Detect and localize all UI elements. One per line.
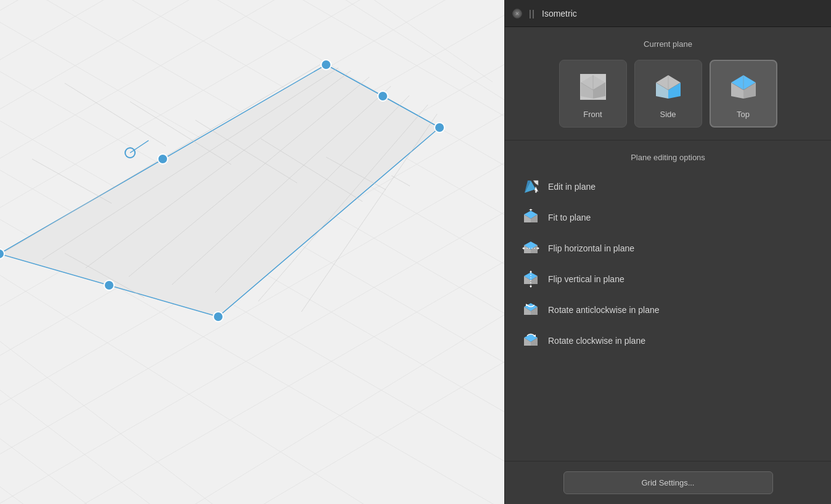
plane-buttons: Front Side: [515, 60, 821, 128]
panel-title: Isometric: [542, 9, 577, 18]
svg-point-57: [0, 249, 4, 259]
option-edit-in-plane-label: Edit in plane: [548, 182, 596, 192]
svg-point-52: [321, 60, 331, 70]
plane-front-label: Front: [583, 110, 602, 119]
svg-marker-90: [534, 187, 538, 193]
footer-section: Grid Settings...: [505, 461, 831, 504]
option-fit-to-plane-label: Fit to plane: [548, 213, 591, 222]
option-flip-horizontal[interactable]: Flip horizontal in plane: [515, 235, 821, 262]
option-rotate-clockwise[interactable]: Rotate clockwise in plane: [515, 327, 821, 354]
plane-btn-side[interactable]: Side: [634, 60, 702, 128]
side-cube-icon: [650, 69, 686, 105]
svg-point-58: [158, 154, 168, 164]
panel: || Isometric Current plane: [504, 0, 831, 504]
plane-top-label: Top: [737, 110, 750, 119]
svg-point-54: [378, 91, 388, 101]
option-fit-to-plane[interactable]: Fit to plane: [515, 204, 821, 231]
flip-vertical-icon: [522, 270, 539, 288]
option-flip-horizontal-label: Flip horizontal in plane: [548, 243, 634, 253]
svg-marker-101: [538, 247, 539, 250]
option-edit-in-plane[interactable]: Edit in plane: [515, 173, 821, 200]
top-cube-icon: [726, 69, 761, 105]
front-cube-icon: [575, 69, 611, 105]
option-flip-vertical[interactable]: Flip vertical in plane: [515, 266, 821, 293]
svg-marker-106: [530, 270, 532, 272]
grid-settings-button[interactable]: Grid Settings...: [563, 471, 773, 494]
close-button[interactable]: [512, 9, 522, 18]
plane-btn-front[interactable]: Front: [559, 60, 627, 128]
editing-options-list: Edit in plane Fit to plane: [515, 173, 821, 354]
plane-btn-top[interactable]: Top: [710, 60, 777, 128]
current-plane-section: Current plane: [505, 27, 831, 140]
current-plane-title: Current plane: [515, 39, 821, 49]
option-rotate-anticlockwise[interactable]: Rotate anticlockwise in plane: [515, 296, 821, 323]
svg-point-55: [213, 312, 223, 322]
svg-point-56: [104, 280, 114, 290]
isometric-grid: [0, 0, 504, 504]
svg-marker-89: [533, 181, 538, 185]
option-rotate-anticlockwise-label: Rotate anticlockwise in plane: [548, 305, 660, 315]
panel-titlebar: || Isometric: [505, 0, 831, 27]
flip-horizontal-icon: [522, 240, 539, 257]
plane-editing-section: Plane editing options Edit in plane: [505, 140, 831, 461]
minimize-button[interactable]: ||: [528, 7, 536, 20]
option-rotate-clockwise-label: Rotate clockwise in plane: [548, 336, 645, 346]
plane-side-label: Side: [660, 110, 676, 119]
rotate-anticlockwise-icon: [522, 301, 539, 319]
svg-point-53: [435, 123, 444, 132]
svg-marker-95: [529, 209, 533, 210]
svg-marker-100: [522, 247, 524, 250]
edit-in-plane-icon: [522, 178, 539, 195]
rotate-clockwise-icon: [522, 332, 539, 349]
fit-to-plane-icon: [522, 209, 539, 226]
canvas-area: [0, 0, 504, 504]
option-flip-vertical-label: Flip vertical in plane: [548, 274, 624, 284]
plane-editing-title: Plane editing options: [515, 153, 821, 162]
svg-marker-107: [530, 286, 532, 288]
